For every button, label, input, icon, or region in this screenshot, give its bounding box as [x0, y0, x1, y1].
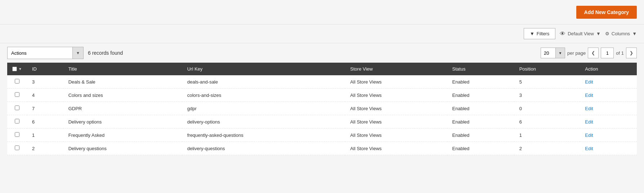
row-checkbox[interactable] — [15, 145, 19, 150]
add-new-category-button[interactable]: Add New Category — [576, 6, 637, 19]
filter-icon: ▼ — [530, 31, 535, 36]
next-page-button[interactable]: ❯ — [626, 48, 637, 58]
row-position: 6 — [514, 115, 580, 129]
row-checkbox-cell — [7, 115, 27, 129]
per-page-dropdown-arrow[interactable]: ▼ — [555, 48, 565, 58]
row-status: Enabled — [447, 142, 514, 155]
row-store-view: All Store Views — [345, 129, 447, 142]
per-page-select[interactable]: 20 30 50 — [541, 48, 555, 58]
row-checkbox[interactable] — [15, 106, 19, 110]
edit-link[interactable]: Edit — [585, 79, 593, 85]
edit-link[interactable]: Edit — [585, 93, 593, 98]
row-title: Frequently Asked — [63, 129, 182, 142]
per-page-label: per page — [567, 50, 586, 56]
row-status: Enabled — [447, 89, 514, 102]
col-header-id: ID — [27, 63, 63, 75]
table-row: 3 Deals & Sale deals-and-sale All Store … — [7, 75, 637, 89]
columns-selector[interactable]: ⚙ Columns ▼ — [605, 31, 637, 36]
row-status: Enabled — [447, 115, 514, 129]
row-store-view: All Store Views — [345, 89, 447, 102]
row-checkbox[interactable] — [15, 92, 19, 97]
actions-dropdown-arrow[interactable]: ▼ — [72, 47, 83, 59]
col-header-action: Action — [580, 63, 637, 75]
records-found: 6 records found — [88, 50, 123, 56]
categories-table: ▼ ID Title Url Key Store View Status Pos… — [7, 63, 637, 155]
row-id: 6 — [27, 115, 63, 129]
table-row: 6 Delivery options delivery-options All … — [7, 115, 637, 129]
toolbar: ▼ Filters 👁 Default View ▼ ⚙ Columns ▼ — [0, 24, 644, 43]
table-row: 4 Colors and sizes colors-and-sizes All … — [7, 89, 637, 102]
actions-bar: Actions ▼ 6 records found 20 30 50 ▼ per… — [0, 43, 644, 63]
table-row: 2 Delivery questions delivery-questions … — [7, 142, 637, 155]
filters-button[interactable]: ▼ Filters — [524, 28, 555, 39]
actions-left: Actions ▼ 6 records found — [7, 47, 123, 59]
filters-label: Filters — [537, 31, 549, 36]
row-checkbox-cell — [7, 129, 27, 142]
row-url-key: delivery-options — [182, 115, 345, 129]
edit-link[interactable]: Edit — [585, 119, 593, 125]
row-status: Enabled — [447, 129, 514, 142]
header-chevron-down-icon[interactable]: ▼ — [18, 67, 22, 71]
row-action: Edit — [580, 129, 637, 142]
edit-link[interactable]: Edit — [585, 133, 593, 138]
row-checkbox-cell — [7, 75, 27, 89]
row-action: Edit — [580, 142, 637, 155]
row-action: Edit — [580, 75, 637, 89]
row-id: 3 — [27, 75, 63, 89]
chevron-down-icon: ▼ — [596, 31, 601, 36]
per-page-select-wrapper[interactable]: 20 30 50 ▼ — [541, 48, 565, 58]
header-checkbox-col: ▼ — [7, 63, 27, 75]
row-position: 3 — [514, 89, 580, 102]
col-header-store-view: Store View — [345, 63, 447, 75]
row-store-view: All Store Views — [345, 75, 447, 89]
page-total: of 1 — [616, 50, 624, 56]
chevron-down-icon: ▼ — [632, 31, 637, 36]
row-url-key: colors-and-sizes — [182, 89, 345, 102]
gear-icon: ⚙ — [605, 31, 609, 36]
row-url-key: delivery-questions — [182, 142, 345, 155]
row-store-view: All Store Views — [345, 115, 447, 129]
row-title: Delivery options — [63, 115, 182, 129]
row-status: Enabled — [447, 102, 514, 115]
row-position: 2 — [514, 142, 580, 155]
row-id: 2 — [27, 142, 63, 155]
row-title: Deals & Sale — [63, 75, 182, 89]
eye-icon: 👁 — [560, 31, 565, 37]
table-row: 7 GDPR gdpr All Store Views Enabled 0 Ed… — [7, 102, 637, 115]
row-checkbox-cell — [7, 142, 27, 155]
edit-link[interactable]: Edit — [585, 106, 593, 111]
row-checkbox-cell — [7, 102, 27, 115]
actions-select[interactable]: Actions — [8, 47, 72, 59]
page-number-input[interactable] — [601, 48, 614, 58]
row-checkbox[interactable] — [15, 132, 19, 137]
row-position: 1 — [514, 129, 580, 142]
row-action: Edit — [580, 89, 637, 102]
row-url-key: deals-and-sale — [182, 75, 345, 89]
table-header-row: ▼ ID Title Url Key Store View Status Pos… — [7, 63, 637, 75]
edit-link[interactable]: Edit — [585, 146, 593, 151]
row-status: Enabled — [447, 75, 514, 89]
actions-select-wrapper[interactable]: Actions ▼ — [7, 47, 84, 59]
row-id: 1 — [27, 129, 63, 142]
row-store-view: All Store Views — [345, 142, 447, 155]
default-view-selector[interactable]: 👁 Default View ▼ — [560, 31, 601, 37]
row-position: 5 — [514, 75, 580, 89]
col-header-url-key: Url Key — [182, 63, 345, 75]
row-checkbox[interactable] — [15, 79, 19, 84]
row-action: Edit — [580, 115, 637, 129]
top-bar: Add New Category — [0, 0, 644, 24]
row-action: Edit — [580, 102, 637, 115]
row-store-view: All Store Views — [345, 102, 447, 115]
select-all-checkbox[interactable] — [12, 67, 17, 71]
row-title: Colors and sizes — [63, 89, 182, 102]
row-checkbox[interactable] — [15, 119, 19, 124]
table-container: ▼ ID Title Url Key Store View Status Pos… — [0, 63, 644, 162]
row-url-key: frequently-asked-questions — [182, 129, 345, 142]
columns-label: Columns — [612, 31, 630, 36]
row-id: 7 — [27, 102, 63, 115]
pagination: 20 30 50 ▼ per page ❮ of 1 ❯ — [541, 48, 637, 58]
col-header-status: Status — [447, 63, 514, 75]
prev-page-button[interactable]: ❮ — [588, 48, 599, 58]
table-body: 3 Deals & Sale deals-and-sale All Store … — [7, 75, 637, 155]
default-view-label: Default View — [568, 31, 594, 36]
